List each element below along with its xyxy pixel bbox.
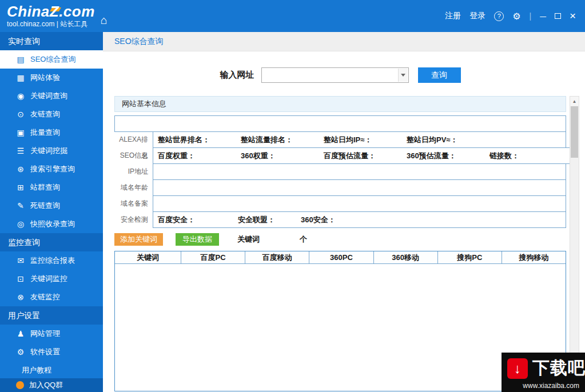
sidebar-item-search-engine-query[interactable]: ⊛ 搜索引擎查询 bbox=[0, 160, 103, 178]
sidebar-item-label: SEO综合查询 bbox=[30, 54, 75, 65]
sidebar-item-deadlink-query[interactable]: ✎ 死链查询 bbox=[0, 197, 103, 215]
sidebar-item-label: 软件设置 bbox=[30, 347, 60, 357]
export-data-button[interactable]: 导出数据 bbox=[176, 233, 219, 246]
watermark-url: www.xiazaiba.com bbox=[507, 382, 579, 390]
url-input-label: 输入网址 bbox=[220, 70, 254, 81]
baidu-est-traffic: 百度预估流量： bbox=[324, 151, 407, 161]
sidebar-item-label: 关键词查询 bbox=[30, 91, 67, 101]
sidebar-item-batch-query[interactable]: ▣ 批量查询 bbox=[0, 123, 103, 142]
logo-text: ChinaZ.com bbox=[7, 4, 95, 19]
add-keyword-button[interactable]: 添加关键词 bbox=[114, 233, 163, 246]
seo-report-icon: ▤ bbox=[16, 55, 25, 64]
sidebar-section-monitor: 监控查询 bbox=[0, 233, 103, 251]
logo-com: .com bbox=[59, 3, 95, 20]
link-icon: ⊙ bbox=[16, 110, 25, 119]
settings-gear-icon[interactable]: ⚙ bbox=[512, 11, 520, 22]
so360-weight: 360权重： bbox=[241, 151, 324, 161]
sidebar-item-keyword-monitor[interactable]: ⊡ 关键词监控 bbox=[0, 270, 103, 288]
sidebar-item-software-settings[interactable]: ⚙ 软件设置 bbox=[0, 343, 103, 361]
sidebar-item-seo-query[interactable]: ▤ SEO综合查询 bbox=[0, 50, 103, 69]
login-link[interactable]: 登录 bbox=[469, 11, 485, 21]
sidebar-item-user-tutorial[interactable]: 用户教程 bbox=[0, 361, 103, 379]
link-count: 链接数： bbox=[490, 151, 572, 161]
col-sogou-mobile: 搜狗移动 bbox=[502, 251, 566, 264]
tab-bar: SEO综合查询 bbox=[103, 32, 585, 51]
sidebar-section-realtime: 实时查询 bbox=[0, 32, 103, 50]
minimize-button[interactable]: ─ bbox=[540, 11, 546, 21]
site-info-table: ALEXA排名 整站世界排名： 整站流量排名： 整站日均IP≈： 整站日均PV≈… bbox=[114, 115, 566, 228]
alexa-daily-pv: 整站日均PV≈： bbox=[407, 135, 490, 145]
sidebar-item-label: 死链查询 bbox=[30, 201, 60, 211]
tab-seo-query[interactable]: SEO综合查询 bbox=[114, 37, 164, 47]
sidebar-section-user-settings: 用户设置 bbox=[0, 306, 103, 325]
sidebar-item-site-group-query[interactable]: ⊞ 站群查询 bbox=[0, 178, 103, 197]
sidebar-item-label: 搜索引擎查询 bbox=[30, 164, 75, 174]
camera-icon: ◎ bbox=[16, 219, 25, 229]
logo: ChinaZ.com tool.chinaz.com | 站长工具 bbox=[7, 4, 95, 28]
sidebar-item-label: 批量查询 bbox=[30, 127, 60, 138]
sidebar-item-label: 站群查询 bbox=[30, 182, 60, 193]
keyword-count-label: 关键词 bbox=[237, 234, 260, 245]
col-baidu-mobile: 百度移动 bbox=[245, 251, 309, 264]
sidebar-item-keyword-mining[interactable]: ☰ 关键词挖掘 bbox=[0, 142, 103, 160]
grid-icon: ⊞ bbox=[16, 183, 25, 192]
maximize-button[interactable] bbox=[555, 13, 561, 19]
search-engine-icon: ⊛ bbox=[16, 165, 25, 174]
keyword-table-body bbox=[115, 264, 566, 391]
envelope-icon: ✉ bbox=[16, 256, 25, 265]
so360-est-traffic: 360预估流量： bbox=[407, 151, 490, 161]
logo-z: Z bbox=[50, 4, 59, 19]
alexa-world-rank: 整站世界排名： bbox=[158, 135, 241, 145]
col-keyword: 关键词 bbox=[115, 251, 181, 264]
security-row: 安全检测 百度安全： 安全联盟： 360安全： bbox=[114, 211, 566, 228]
sidebar-item-label: 用户教程 bbox=[22, 365, 51, 375]
sidebar-item-site-experience[interactable]: ▦ 网站体验 bbox=[0, 69, 103, 87]
sidebar-item-label: 关键词挖掘 bbox=[30, 146, 67, 156]
main-panel: SEO综合查询 输入网址 查询 网站基本信息 ALEXA排名 整站世界 bbox=[103, 32, 585, 392]
gear-icon: ⚙ bbox=[16, 347, 25, 357]
col-360-pc: 360PC bbox=[309, 251, 373, 264]
scroll-up-icon[interactable]: ▲ bbox=[570, 97, 579, 106]
basic-info-header: 网站基本信息 bbox=[114, 96, 566, 112]
watermark-title: 下载吧 bbox=[532, 357, 585, 380]
keyword-icon: ◉ bbox=[16, 91, 25, 101]
user-icon: ♟ bbox=[16, 329, 25, 338]
site-title-row bbox=[114, 115, 566, 132]
register-link[interactable]: 注册 bbox=[445, 11, 461, 21]
sidebar-item-friendlink-query[interactable]: ⊙ 友链查询 bbox=[0, 105, 103, 123]
dropdown-arrow-icon[interactable] bbox=[398, 69, 408, 82]
link-monitor-icon: ⊗ bbox=[16, 293, 25, 302]
sidebar-item-monitor-report[interactable]: ✉ 监控综合报表 bbox=[0, 251, 103, 270]
sidebar-item-label: 关键词监控 bbox=[30, 274, 67, 284]
alexa-traffic-rank: 整站流量排名： bbox=[241, 135, 324, 145]
domain-icp-label: 域名备案 bbox=[114, 195, 153, 212]
vertical-scrollbar[interactable]: ▲ bbox=[570, 96, 579, 392]
home-icon[interactable]: ⌂ bbox=[101, 14, 108, 27]
domain-age-row: 域名年龄 bbox=[114, 179, 566, 196]
domain-icp-row: 域名备案 bbox=[114, 195, 566, 212]
sidebar-item-label: 友链查询 bbox=[30, 109, 60, 119]
title-bar: ChinaZ.com tool.chinaz.com | 站长工具 ⌂ 注册 登… bbox=[0, 0, 585, 32]
query-button[interactable]: 查询 bbox=[418, 67, 461, 83]
scrollbar-thumb[interactable] bbox=[571, 106, 578, 158]
download-icon: ↓ bbox=[507, 358, 528, 379]
sidebar-item-keyword-query[interactable]: ◉ 关键词查询 bbox=[0, 87, 103, 105]
sidebar-item-join-qq-group[interactable]: 加入QQ群 bbox=[0, 378, 103, 392]
baidu-weight: 百度权重： bbox=[158, 151, 241, 161]
sidebar-item-snapshot-query[interactable]: ◎ 快照收录查询 bbox=[0, 215, 103, 233]
help-icon[interactable]: ? bbox=[494, 11, 504, 21]
seo-row-label: SEO信息 bbox=[114, 147, 153, 164]
ip-address-row: IP地址 bbox=[114, 163, 566, 180]
url-combobox[interactable] bbox=[261, 67, 409, 83]
sidebar-item-friendlink-monitor[interactable]: ⊗ 友链监控 bbox=[0, 288, 103, 306]
close-button[interactable]: × bbox=[570, 10, 576, 22]
alexa-row: ALEXA排名 整站世界排名： 整站流量排名： 整站日均IP≈： 整站日均PV≈… bbox=[114, 131, 566, 148]
ip-row-label: IP地址 bbox=[114, 163, 153, 180]
sidebar-item-label: 网站管理 bbox=[30, 329, 60, 339]
keyword-toolbar: 添加关键词 导出数据 关键词 个 bbox=[114, 233, 566, 246]
alexa-row-label: ALEXA排名 bbox=[114, 131, 153, 148]
sidebar-item-label: 友链监控 bbox=[30, 292, 60, 302]
sidebar-item-site-management[interactable]: ♟ 网站管理 bbox=[0, 325, 103, 343]
keyword-table: 关键词 百度PC 百度移动 360PC 360移动 搜狗PC 搜狗移动 bbox=[114, 251, 566, 391]
list-icon: ☰ bbox=[16, 146, 25, 155]
